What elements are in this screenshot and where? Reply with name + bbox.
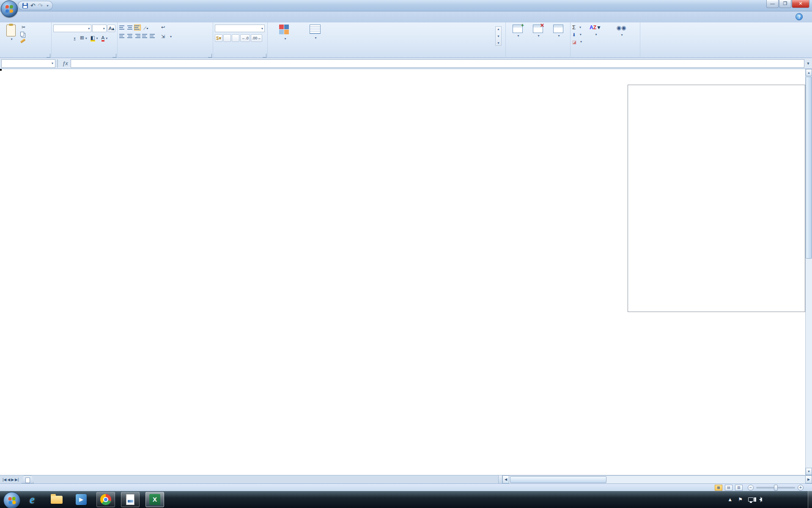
minimize-button[interactable]: — [766, 0, 779, 8]
first-sheet-icon[interactable]: |◀ [3, 478, 6, 482]
sort-filter-icon: AZ▼ [590, 25, 601, 30]
name-box-dropdown-icon[interactable]: ▾ [52, 61, 53, 65]
restore-button[interactable]: ❐ [779, 0, 791, 8]
align-bottom-icon[interactable] [134, 25, 140, 30]
delete-cells-button[interactable]: ✕ ▾ [528, 24, 548, 52]
taskbar-excel-icon[interactable]: X [145, 492, 164, 507]
hscroll-thumb[interactable] [510, 476, 606, 483]
prev-sheet-icon[interactable]: ◀ [7, 478, 10, 482]
dialog-launcher-icon[interactable] [112, 54, 116, 58]
save-icon[interactable] [22, 3, 28, 8]
insert-worksheet-tab[interactable] [21, 475, 34, 483]
insert-function-icon[interactable]: ƒx [60, 60, 71, 66]
taskbar-document-icon[interactable] [121, 492, 140, 507]
ribbon: ▾ ✂ ▾ ▾ A▴ ▾ ⊞▾ ◧▾ [0, 22, 812, 58]
scroll-right-icon[interactable]: ▶ [805, 475, 812, 483]
percent-button[interactable] [223, 34, 231, 42]
redo-icon[interactable]: ↷ [38, 2, 43, 9]
format-as-table-button[interactable]: ▾ [300, 24, 330, 52]
font-color-button[interactable]: A▾ [100, 34, 109, 41]
increase-decimal-button[interactable]: ←.0 [240, 34, 250, 42]
action-center-flag-icon[interactable]: ⚑ [738, 497, 743, 502]
align-center-icon[interactable] [127, 33, 133, 39]
insert-cells-icon: + [513, 25, 523, 33]
copy-button[interactable] [20, 30, 28, 37]
tab-split-handle[interactable] [498, 475, 502, 483]
decrease-decimal-button[interactable]: .00→ [251, 34, 263, 42]
normal-view-button[interactable]: ▦ [715, 485, 722, 491]
qat-customize-icon[interactable]: ▾ [47, 4, 48, 8]
comma-style-button[interactable] [232, 34, 239, 42]
group-font: ▾ ▾ A▴ ▾ ⊞▾ ◧▾ A▾ [52, 22, 118, 58]
scroll-up-icon[interactable]: ▲ [806, 69, 812, 76]
undo-icon[interactable]: ↶ [30, 2, 36, 9]
conditional-formatting-button[interactable]: ▾ [269, 24, 300, 52]
dialog-launcher-icon[interactable] [208, 54, 212, 58]
dialog-launcher-icon[interactable] [263, 54, 266, 58]
show-desktop-button[interactable] [808, 491, 812, 508]
dialog-launcher-icon[interactable] [47, 54, 50, 58]
increase-indent-icon[interactable] [150, 33, 156, 39]
grow-font-button[interactable]: A▴ [107, 25, 115, 32]
clear-button[interactable]: ◪▾ [572, 38, 582, 45]
scroll-down-icon[interactable]: ▼ [806, 468, 812, 475]
align-top-icon[interactable] [119, 25, 125, 30]
align-middle-icon[interactable] [127, 25, 133, 30]
zoom-slider[interactable] [756, 487, 795, 489]
accounting-format-button[interactable]: $▾ [215, 34, 222, 42]
start-button[interactable] [3, 492, 20, 508]
format-cells-button[interactable]: ▾ [549, 24, 568, 52]
taskbar-explorer-icon[interactable] [47, 492, 66, 507]
brush-icon [20, 39, 26, 43]
zoom-in-icon[interactable]: + [798, 485, 804, 491]
scroll-left-icon[interactable]: ◀ [502, 475, 509, 483]
borders-button[interactable]: ⊞▾ [79, 34, 88, 41]
orientation-button[interactable]: ⟋▾ [142, 25, 150, 31]
font-size-select[interactable]: ▾ [92, 25, 106, 32]
wrap-text-button[interactable]: ↩ [160, 24, 172, 30]
page-layout-view-button[interactable]: ▤ [725, 485, 732, 491]
format-painter-button[interactable] [20, 37, 28, 44]
align-right-icon[interactable] [134, 33, 140, 39]
number-format-select[interactable]: ▾ [215, 25, 265, 32]
autosum-button[interactable]: Σ▾ [572, 24, 582, 31]
office-button[interactable] [1, 0, 18, 17]
align-left-icon[interactable] [119, 33, 125, 39]
selected-cell-J29[interactable] [0, 69, 2, 71]
fill-button[interactable]: ⬇▾ [572, 31, 582, 38]
speaker-icon[interactable] [759, 497, 762, 502]
taskbar-ie-icon[interactable]: e [23, 492, 41, 507]
find-select-button[interactable]: ◉◉ ▾ [609, 24, 634, 52]
merge-center-button[interactable]: ⇲▾ [160, 33, 172, 40]
zoom-slider-thumb[interactable] [774, 485, 778, 491]
italic-button[interactable] [62, 34, 69, 41]
zoom-out-icon[interactable]: − [748, 485, 754, 491]
underline-button[interactable]: ▾ [70, 34, 78, 41]
vertical-scrollbar[interactable]: ▲ ▼ [805, 69, 812, 475]
format-cells-icon [553, 25, 563, 33]
horizontal-scrollbar[interactable] [509, 475, 805, 483]
fill-color-button[interactable]: ◧▾ [89, 34, 99, 41]
decrease-indent-icon[interactable] [142, 33, 148, 39]
next-sheet-icon[interactable]: ▶ [11, 478, 14, 482]
paste-button[interactable]: ▾ [2, 24, 20, 44]
bold-button[interactable] [53, 34, 61, 41]
close-button[interactable]: ✕ [792, 0, 809, 8]
vscroll-thumb[interactable] [806, 77, 812, 259]
embedded-chart[interactable] [628, 85, 805, 312]
last-sheet-icon[interactable]: ▶| [15, 478, 19, 482]
network-icon[interactable] [748, 497, 754, 502]
insert-cells-button[interactable]: + ▾ [508, 24, 528, 52]
font-name-select[interactable]: ▾ [53, 25, 91, 32]
page-break-view-button[interactable]: ▥ [735, 485, 743, 491]
name-box[interactable]: ▾ [1, 59, 55, 68]
expand-formula-bar-icon[interactable]: ▼ [804, 61, 812, 66]
tray-expand-icon[interactable]: ▲ [727, 497, 732, 502]
help-icon[interactable]: ? [796, 13, 803, 20]
taskbar-chrome-icon[interactable] [96, 492, 115, 507]
gallery-scroll[interactable]: ▲▼▼ [495, 26, 502, 46]
sort-filter-button[interactable]: AZ▼ ▾ [584, 24, 606, 52]
formula-input[interactable] [71, 59, 804, 68]
taskbar-mediaplayer-icon[interactable]: ▶ [72, 492, 91, 507]
cut-button[interactable]: ✂ [20, 24, 28, 30]
